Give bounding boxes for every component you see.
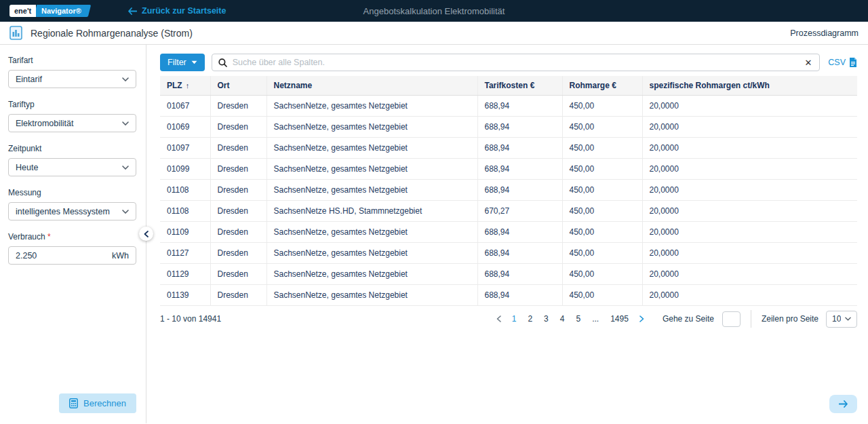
- column-label: Tarifkosten €: [485, 81, 535, 90]
- goto-page-input[interactable]: [722, 311, 741, 327]
- table-row[interactable]: 01069DresdenSachsenNetze, gesamtes Netzg…: [160, 117, 857, 138]
- page-number-1[interactable]: 1: [509, 314, 519, 324]
- page-number-5[interactable]: 5: [573, 314, 583, 324]
- table-cell: 01127: [160, 243, 210, 264]
- table-cell: SachsenNetze, gesamtes Netzgebiet: [267, 222, 477, 243]
- column-label: Netzname: [274, 81, 313, 90]
- table-row[interactable]: 01139DresdenSachsenNetze, gesamtes Netzg…: [160, 285, 857, 306]
- messung-select[interactable]: intelligentes Messsystem: [8, 202, 136, 220]
- clear-search-button[interactable]: ✕: [803, 58, 813, 67]
- table-toolbar: Filter ✕ CSV: [160, 54, 857, 71]
- table-cell: 688,94: [477, 117, 562, 138]
- table-cell: 20,0000: [642, 285, 857, 306]
- caret-down-icon: [191, 60, 197, 64]
- page-number-1495[interactable]: 1495: [608, 314, 631, 324]
- table-cell: 450,00: [562, 159, 642, 180]
- page-number-2[interactable]: 2: [525, 314, 535, 324]
- column-header-plz[interactable]: PLZ↑: [160, 76, 210, 96]
- table-row[interactable]: 01108DresdenSachsenNetze, gesamtes Netzg…: [160, 180, 857, 201]
- next-page-button[interactable]: [637, 315, 646, 322]
- table-cell: Dresden: [210, 285, 267, 306]
- filter-button[interactable]: Filter: [160, 54, 205, 71]
- table-cell: 688,94: [477, 159, 562, 180]
- table-cell: 01069: [160, 117, 210, 138]
- table-row[interactable]: 01067DresdenSachsenNetze, gesamtes Netzg…: [160, 96, 857, 117]
- tariftyp-select[interactable]: Elektromobilität: [8, 114, 136, 132]
- arrow-right-icon: [839, 400, 848, 408]
- unit-suffix: kWh: [112, 251, 129, 261]
- table-cell: 20,0000: [642, 96, 857, 117]
- calculator-icon: [69, 398, 78, 408]
- column-label: PLZ: [167, 81, 182, 90]
- table-cell: 01099: [160, 159, 210, 180]
- tarifart-label: Tarifart: [8, 56, 136, 65]
- column-header-ort[interactable]: Ort: [210, 76, 267, 96]
- sidebar-collapse-button[interactable]: [139, 227, 153, 241]
- rows-per-page-select[interactable]: 10: [826, 311, 857, 328]
- table-cell: SachsenNetze, gesamtes Netzgebiet: [267, 117, 477, 138]
- table-footer: 1 - 10 von 14941 12345...1495 Gehe zu Se…: [160, 309, 857, 329]
- select-value: Eintarif: [16, 75, 122, 84]
- select-value: intelligentes Messsystem: [16, 207, 122, 216]
- table-cell: Dresden: [210, 201, 267, 222]
- tarifart-select[interactable]: Eintarif: [8, 70, 136, 88]
- verbrauch-input-wrapper: kWh: [8, 246, 136, 265]
- berechnen-button-label: Berechnen: [83, 398, 126, 408]
- table-cell: 688,94: [477, 243, 562, 264]
- table-cell: 450,00: [562, 285, 642, 306]
- navigator-badge-label: Navigator®: [41, 7, 81, 15]
- table-row[interactable]: 01099DresdenSachsenNetze, gesamtes Netzg…: [160, 159, 857, 180]
- table-cell: 688,94: [477, 180, 562, 201]
- table-cell: SachsenNetze, gesamtes Netzgebiet: [267, 138, 477, 159]
- table-cell: 01109: [160, 222, 210, 243]
- report-icon: [9, 26, 22, 40]
- page-number-3[interactable]: 3: [541, 314, 551, 324]
- pagination: 12345...1495: [494, 314, 646, 324]
- table-row[interactable]: 01097DresdenSachsenNetze, gesamtes Netzg…: [160, 138, 857, 159]
- back-to-start-link[interactable]: Zurück zur Startseite: [127, 6, 226, 16]
- table-cell: 01108: [160, 201, 210, 222]
- topbar: ene't Navigator® Zurück zur Startseite A…: [0, 0, 868, 22]
- prev-page-button[interactable]: [494, 315, 503, 322]
- prozessdiagramm-link[interactable]: Prozessdiagramm: [790, 28, 859, 38]
- column-header-rohmarge[interactable]: Rohmarge €: [562, 76, 642, 96]
- forward-button[interactable]: [829, 395, 857, 413]
- csv-link-label: CSV: [828, 58, 846, 67]
- main-content: Filter ✕ CSV PLZ↑OrtNetznameTarifkosten …: [146, 45, 868, 423]
- page-number-4[interactable]: 4: [557, 314, 568, 324]
- table-row[interactable]: 01127DresdenSachsenNetze, gesamtes Netzg…: [160, 243, 857, 264]
- table-cell: 450,00: [562, 117, 642, 138]
- filter-sidebar: TarifartEintarifTariftypElektromobilität…: [0, 45, 146, 423]
- table-cell: SachsenNetze, gesamtes Netzgebiet: [267, 159, 477, 180]
- rows-per-page-value: 10: [832, 314, 841, 324]
- search-input[interactable]: [233, 58, 804, 67]
- table-cell: 450,00: [562, 222, 642, 243]
- table-cell: SachsenNetze, gesamtes Netzgebiet: [267, 180, 477, 201]
- table-cell: SachsenNetze HS.HD, Stammnetzgebiet: [267, 201, 477, 222]
- csv-export-link[interactable]: CSV: [828, 58, 857, 67]
- brand-logo[interactable]: ene't Navigator®: [9, 5, 90, 17]
- table-cell: 20,0000: [642, 222, 857, 243]
- table-cell: SachsenNetze, gesamtes Netzgebiet: [267, 243, 477, 264]
- required-asterisk: *: [45, 232, 51, 242]
- column-header-tarifkosten[interactable]: Tarifkosten €: [477, 76, 562, 96]
- back-arrow-icon: [127, 7, 137, 15]
- verbrauch-label: Verbrauch *: [8, 232, 136, 242]
- table-cell: SachsenNetze, gesamtes Netzgebiet: [267, 285, 477, 306]
- footer-divider: [751, 310, 751, 328]
- table-cell: 01067: [160, 96, 210, 117]
- table-cell: 01129: [160, 264, 210, 285]
- table-cell: Dresden: [210, 117, 267, 138]
- verbrauch-input[interactable]: [16, 251, 112, 261]
- search-box: ✕: [212, 54, 821, 71]
- table-row[interactable]: 01109DresdenSachsenNetze, gesamtes Netzg…: [160, 222, 857, 243]
- zeitpunkt-select[interactable]: Heute: [8, 158, 136, 176]
- rows-per-page-label: Zeilen pro Seite: [762, 314, 818, 324]
- column-header-spezifische-rohmargen-ct-kwh[interactable]: spezifische Rohmargen ct/kWh: [642, 76, 857, 96]
- table-cell: 450,00: [562, 96, 642, 117]
- table-row[interactable]: 01129DresdenSachsenNetze, gesamtes Netzg…: [160, 264, 857, 285]
- table-row[interactable]: 01108DresdenSachsenNetze HS.HD, Stammnet…: [160, 201, 857, 222]
- berechnen-button[interactable]: Berechnen: [59, 393, 136, 413]
- column-header-netzname[interactable]: Netzname: [267, 76, 477, 96]
- chevron-left-icon: [144, 231, 149, 237]
